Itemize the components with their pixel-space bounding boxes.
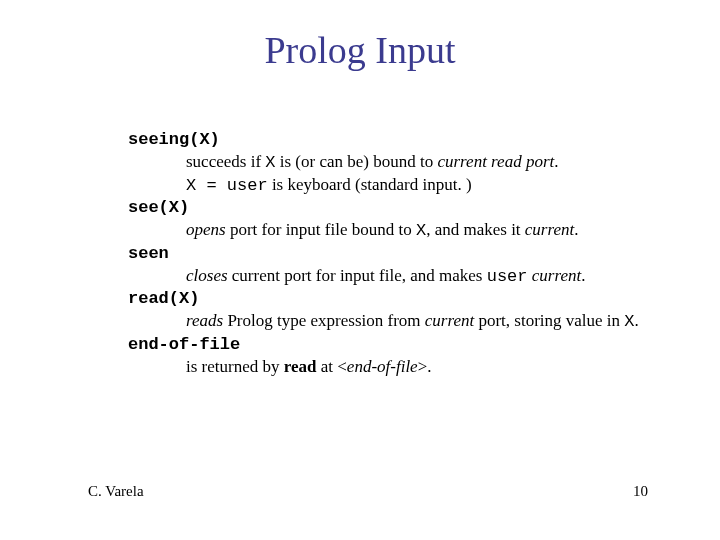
text: current port for input file, and makes [228,266,487,285]
italic: closes [186,266,228,285]
code: X [265,153,275,172]
code: user [487,267,528,286]
term-read: read(X) [128,287,648,310]
bold: read [284,357,317,376]
text: . [574,220,578,239]
term-see: see(X) [128,196,648,219]
slide: Prolog Input seeing(X) succeeds if X is … [0,0,720,540]
text: , and makes it [426,220,525,239]
italic: current [425,311,474,330]
code: X = user [186,176,268,195]
text: is returned by [186,357,284,376]
slide-title: Prolog Input [0,28,720,72]
text: at < [316,357,346,376]
italic: reads [186,311,223,330]
desc-seen: closes current port for input file, and … [186,265,648,288]
term-seeing: seeing(X) [128,128,648,151]
term-seen: seen [128,242,648,265]
italic: opens [186,220,226,239]
text: >. [418,357,432,376]
slide-body: seeing(X) succeeds if X is (or can be) b… [128,128,648,377]
italic: current [532,266,581,285]
text: succeeds if [186,152,265,171]
footer-author: C. Varela [88,483,144,500]
desc-see: opens port for input file bound to X, an… [186,219,648,242]
italic: end-of-file [347,357,418,376]
term-head: see(X) [128,198,189,217]
term-head: read(X) [128,289,199,308]
text: . [635,311,639,330]
desc-seeing-2: X = user is keyboard (standard input. ) [186,174,648,197]
text: . [554,152,558,171]
term-eof: end-of-file [128,333,648,356]
code: X [416,221,426,240]
desc-seeing-1: succeeds if X is (or can be) bound to cu… [186,151,648,174]
footer-page-number: 10 [633,483,648,500]
term-head: seeing(X) [128,130,220,149]
desc-eof: is returned by read at <end-of-file>. [186,356,648,378]
italic: current read port [437,152,554,171]
term-head: seen [128,244,169,263]
code: X [624,312,634,331]
text: Prolog type expression from [223,311,425,330]
text: . [581,266,585,285]
text: is keyboard (standard input. ) [268,175,472,194]
term-head: end-of-file [128,335,240,354]
text: port for input file bound to [226,220,416,239]
italic: current [525,220,574,239]
text: is (or can be) bound to [276,152,438,171]
desc-read: reads Prolog type expression from curren… [186,310,648,333]
text: port, storing value in [474,311,624,330]
